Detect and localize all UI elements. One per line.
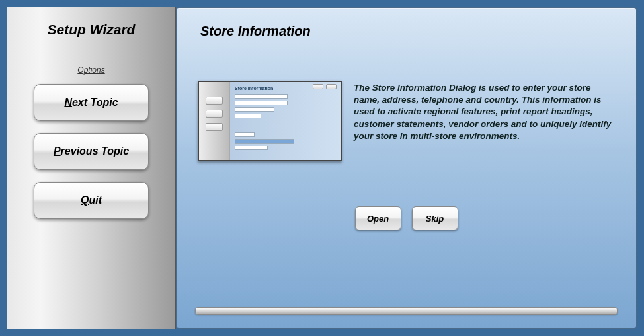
thumb-button [206,97,223,105]
content-panel: Store Information Store Information ————… [176,7,637,329]
next-topic-button[interactable]: Next Topic [34,84,149,121]
action-row: Open Skip [177,206,636,230]
skip-button[interactable]: Skip [412,206,458,230]
thumb-button [313,84,323,89]
thumb-field [235,114,261,118]
sidebar: Setup Wizard Options Next Topic Previous… [7,7,176,329]
thumb-field [235,146,268,150]
thumb-field [235,107,274,112]
main-panel: Store Information Store Information ————… [176,7,637,329]
app-frame: Setup Wizard Options Next Topic Previous… [7,7,637,329]
content-area: Store Information ——————— ——————————————… [198,81,615,161]
thumb-button [206,123,223,131]
progress-bar [195,307,618,315]
previous-topic-button[interactable]: Previous Topic [34,133,149,170]
thumb-field [235,94,288,99]
page-title: Store Information [200,24,622,39]
dialog-thumbnail: Store Information ——————— ——————————————… [198,81,342,161]
thumb-field [235,101,288,105]
thumb-field [235,139,294,144]
wizard-title: Setup Wizard [48,22,136,38]
thumb-button [326,84,337,89]
thumb-field [235,132,255,137]
quit-button[interactable]: Quit [34,182,149,219]
thumb-button [206,110,223,118]
open-button[interactable]: Open [355,206,401,230]
topic-description: The Store Information Dialog is used to … [354,81,615,161]
options-link[interactable]: Options [77,65,104,75]
